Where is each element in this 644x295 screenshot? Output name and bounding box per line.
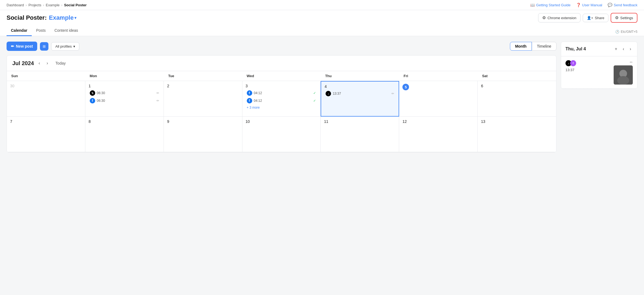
user-manual-link[interactable]: ❓ User Manual [576,3,602,7]
page-title: Social Poster: Example ▾ [7,14,76,21]
edit-icon: ✏ [156,99,159,103]
right-panel-add-button[interactable]: + [613,46,619,52]
edit-icon: ✏ [391,92,394,96]
new-post-button[interactable]: ✏ New post [7,42,37,51]
cal-cell-1[interactable]: 1 𝕏 06:30 ✏ f 06:30 ✏ [85,81,164,117]
cal-cell-12[interactable]: 12 [399,117,478,152]
getting-started-link[interactable]: 📖 Getting Started Guide [530,3,571,7]
breadcrumb: Dashboard › Projects › Example › Social … [7,3,87,7]
toolbar-left: ✏ New post ⊞ All profiles ▾ [7,42,79,51]
calendar-week-1: 30 1 𝕏 06:30 ✏ f 06:30 ✏ [7,81,556,117]
send-feedback-label: Send feedback [614,3,637,7]
day-header-wed: Wed [242,71,321,81]
project-name[interactable]: Example ▾ [49,14,77,21]
share-icon: 👤+ [587,16,593,20]
more-posts-link[interactable]: + 3 more [246,105,317,110]
post-item[interactable]: f 04:12 ✓ [246,97,317,104]
tab-calendar[interactable]: Calendar [7,25,32,36]
cal-date-3: 3 [246,84,317,88]
cal-cell-10[interactable]: 10 [242,117,321,152]
breadcrumb-example[interactable]: Example [46,3,60,7]
calendar-next-button[interactable]: › [45,60,50,66]
cal-cell-4-today[interactable]: 4 ♪ 13:37 ✏ [321,81,399,117]
calendar: Jul 2024 ‹ › Today Sun Mon Tue Wed Thu F… [7,55,556,152]
calendar-grid-headers: Sun Mon Tue Wed Thu Fri Sat [7,71,556,81]
title-prefix: Social Poster: [7,14,47,21]
cal-date-8: 8 [89,119,160,124]
breadcrumb-sep-2: › [43,3,44,7]
cal-date-1: 1 [89,84,160,88]
check-icon: ✓ [313,91,316,95]
post-platform-icons: ♪ f [565,60,576,66]
cal-cell-30[interactable]: 30 [7,81,85,117]
post-item[interactable]: f 06:30 ✏ [89,97,160,104]
header-top: Social Poster: Example ▾ ⚙ Chrome extens… [7,13,637,25]
post-item[interactable]: ♪ 13:37 ✏ [324,90,395,97]
cal-cell-13[interactable]: 13 [478,117,556,152]
timezone-label: Etc/GMT+5 [621,30,637,34]
calendar-today-button[interactable]: Today [53,60,68,66]
tab-content-ideas[interactable]: Content ideas [50,25,82,36]
calendar-prev-button[interactable]: ‹ [37,60,42,66]
top-actions: 📖 Getting Started Guide ❓ User Manual 💬 … [530,3,637,7]
cal-cell-3[interactable]: 3 f 04:12 ✓ f 04:12 ✓ + 3 more [242,81,321,117]
toolbar: ✏ New post ⊞ All profiles ▾ Month Timeli… [7,42,556,51]
right-panel-header: Thu, Jul 4 + ‹ › [561,42,637,56]
post-time: 13:37 [565,68,575,72]
calendar-area: ✏ New post ⊞ All profiles ▾ Month Timeli… [7,42,556,152]
cal-date-6: 6 [481,84,553,88]
cal-cell-9[interactable]: 9 [164,117,242,152]
post-edit-button[interactable]: ✏ [630,60,633,64]
cal-date-30: 30 [10,84,82,88]
timezone-info: 🕐 Etc/GMT+5 [615,30,637,36]
cal-date-4: 4 [324,84,395,89]
cal-cell-11[interactable]: 11 [321,117,399,152]
fb-icon: f [90,98,95,103]
chrome-icon: ⚙ [542,15,546,20]
cal-cell-7[interactable]: 7 [7,117,85,152]
post-item[interactable]: f 04:12 ✓ [246,90,317,96]
grid-view-button[interactable]: ⊞ [40,42,48,51]
timeline-view-button[interactable]: Timeline [532,42,556,51]
calendar-month-title: Jul 2024 [12,60,34,66]
book-icon: 📖 [530,3,535,7]
day-header-tue: Tue [164,71,242,81]
settings-button[interactable]: ⚙ Settings [611,13,637,23]
cal-cell-8[interactable]: 8 [85,117,164,152]
cal-date-5: 5 [402,84,409,90]
getting-started-label: Getting Started Guide [536,3,571,7]
gear-icon: ⚙ [615,15,619,20]
tab-posts[interactable]: Posts [32,25,50,36]
tiktok-icon: ♪ [326,91,331,96]
thumbnail-image [614,65,633,85]
cal-date-2: 2 [167,84,239,88]
breadcrumb-dashboard[interactable]: Dashboard [7,3,24,7]
header-bar: Social Poster: Example ▾ ⚙ Chrome extens… [0,10,644,36]
cal-date-11: 11 [324,119,396,124]
cal-cell-5[interactable]: 5 [399,81,478,117]
right-panel-prev-button[interactable]: ‹ [621,46,626,52]
cal-date-9: 9 [167,119,239,124]
view-toggle: Month Timeline [510,42,556,51]
share-button[interactable]: 👤+ Share [583,14,608,22]
cal-cell-2[interactable]: 2 [164,81,242,117]
chevron-down-icon: ▾ [74,16,76,20]
profiles-dropdown[interactable]: All profiles ▾ [51,42,79,51]
purple-icon: f [570,60,576,66]
breadcrumb-current: Social Poster [64,3,86,7]
breadcrumb-sep-1: › [26,3,27,7]
chevron-down-icon: ▾ [73,44,75,48]
breadcrumb-projects[interactable]: Projects [28,3,41,7]
send-feedback-link[interactable]: 💬 Send feedback [608,3,637,7]
month-view-button[interactable]: Month [510,42,532,51]
right-panel-post[interactable]: ♪ f 13:37 ✏ [561,56,637,89]
right-panel-title: Thu, Jul 4 [565,47,586,51]
post-item[interactable]: 𝕏 06:30 ✏ [89,90,160,96]
cal-cell-6[interactable]: 6 [478,81,556,117]
right-panel-next-button[interactable]: › [628,46,633,52]
svg-point-2 [617,76,629,85]
fb-icon: f [247,90,252,96]
chrome-extension-button[interactable]: ⚙ Chrome extension [538,13,581,22]
grid-icon: ⊞ [43,44,46,48]
cal-date-12: 12 [402,119,474,124]
